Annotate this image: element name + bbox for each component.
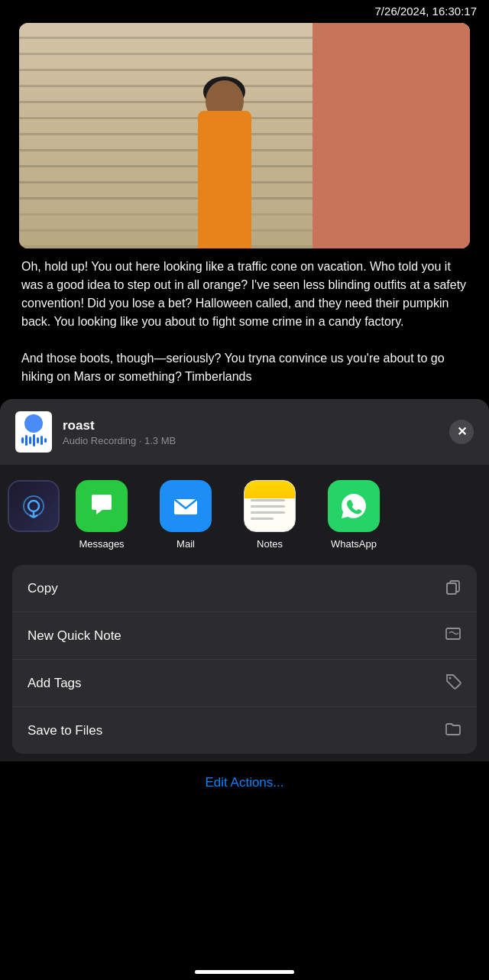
action-new-quick-note[interactable]: New Quick Note xyxy=(12,612,477,660)
action-copy-label: Copy xyxy=(28,581,58,596)
photo-bg xyxy=(19,23,470,248)
folder-icon xyxy=(445,720,461,741)
app-label-notes: Notes xyxy=(257,538,283,550)
main-content: Oh, hold up! You out here looking like a… xyxy=(0,0,489,459)
copy-icon xyxy=(445,578,461,599)
app-item-airdrop[interactable] xyxy=(8,480,60,550)
file-preview-header: roast Audio Recording · 1.3 MB ✕ xyxy=(0,399,489,465)
app-icon-whatsapp xyxy=(328,480,380,532)
action-group: Copy New Quick Note xyxy=(12,565,477,754)
close-button[interactable]: ✕ xyxy=(449,420,474,444)
app-item-messages[interactable]: Messages xyxy=(60,480,144,550)
actions-section: Copy New Quick Note xyxy=(0,565,489,761)
file-name: roast xyxy=(63,418,439,433)
action-add-tags[interactable]: Add Tags xyxy=(12,660,477,707)
edit-actions-section: Edit Actions... xyxy=(0,761,489,804)
file-icon xyxy=(15,411,52,453)
action-save-to-files-label: Save to Files xyxy=(28,723,102,738)
person-figure xyxy=(190,65,259,248)
app-label-mail: Mail xyxy=(176,538,195,550)
text-paragraph-1: Oh, hold up! You out here looking like a… xyxy=(21,258,468,331)
app-icon-mail xyxy=(160,480,212,532)
tag-icon xyxy=(445,673,461,693)
svg-point-0 xyxy=(28,501,39,511)
datetime: 7/26/2024, 16:30:17 xyxy=(375,5,477,18)
app-icon-notes xyxy=(244,480,296,532)
share-sheet: roast Audio Recording · 1.3 MB ✕ xyxy=(0,399,489,980)
close-icon: ✕ xyxy=(457,426,467,438)
photo-container xyxy=(19,23,470,248)
svg-rect-7 xyxy=(447,583,456,594)
action-new-quick-note-label: New Quick Note xyxy=(28,628,121,644)
file-meta: Audio Recording · 1.3 MB xyxy=(63,435,439,446)
svg-point-10 xyxy=(449,677,452,680)
app-item-mail[interactable]: Mail xyxy=(144,480,228,550)
action-copy[interactable]: Copy xyxy=(12,565,477,612)
app-item-whatsapp[interactable]: WhatsApp xyxy=(312,480,396,550)
edit-actions-link[interactable]: Edit Actions... xyxy=(206,775,284,790)
apps-row: Messages Mail xyxy=(8,480,481,550)
apps-section: Messages Mail xyxy=(0,465,489,565)
file-info: roast Audio Recording · 1.3 MB xyxy=(63,418,439,446)
home-indicator xyxy=(195,970,294,974)
new-quick-note-icon xyxy=(445,625,461,646)
app-label-whatsapp: WhatsApp xyxy=(331,538,377,550)
app-icon-airdrop xyxy=(8,480,60,532)
action-add-tags-label: Add Tags xyxy=(28,676,82,691)
app-item-notes[interactable]: Notes xyxy=(228,480,312,550)
app-label-messages: Messages xyxy=(79,538,124,550)
text-content: Oh, hold up! You out here looking like a… xyxy=(0,248,489,395)
status-bar: 7/26/2024, 16:30:17 xyxy=(375,0,477,22)
text-paragraph-2: And those boots, though—seriously? You t… xyxy=(21,349,468,386)
action-save-to-files[interactable]: Save to Files xyxy=(12,707,477,754)
app-icon-messages xyxy=(76,480,128,532)
